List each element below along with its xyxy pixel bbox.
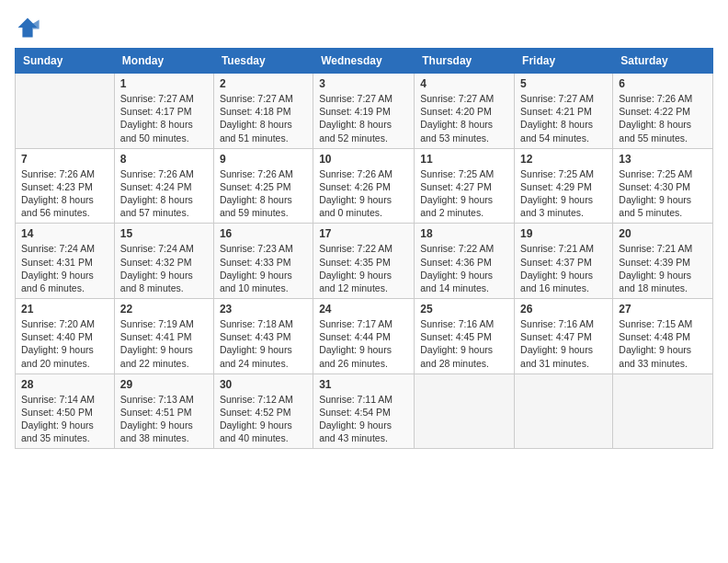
day-number: 8 xyxy=(120,153,208,166)
calendar-cell: 10Sunrise: 7:26 AM Sunset: 4:26 PM Dayli… xyxy=(313,148,415,224)
day-info: Sunrise: 7:15 AM Sunset: 4:48 PM Dayligh… xyxy=(619,317,707,370)
day-info: Sunrise: 7:20 AM Sunset: 4:40 PM Dayligh… xyxy=(21,317,108,370)
weekday-header-monday: Monday xyxy=(114,49,213,74)
day-info: Sunrise: 7:27 AM Sunset: 4:19 PM Dayligh… xyxy=(319,92,408,144)
day-number: 22 xyxy=(120,303,208,316)
day-info: Sunrise: 7:16 AM Sunset: 4:45 PM Dayligh… xyxy=(420,317,508,370)
day-number: 2 xyxy=(220,77,307,90)
weekday-header-sunday: Sunday xyxy=(16,49,115,74)
day-number: 14 xyxy=(21,227,108,240)
day-number: 13 xyxy=(619,153,707,166)
day-number: 17 xyxy=(319,227,408,240)
day-number: 16 xyxy=(220,227,307,240)
day-info: Sunrise: 7:18 AM Sunset: 4:43 PM Dayligh… xyxy=(220,317,307,370)
day-number: 18 xyxy=(420,227,508,240)
day-number: 3 xyxy=(319,77,408,90)
calendar-cell: 30Sunrise: 7:12 AM Sunset: 4:52 PM Dayli… xyxy=(213,373,313,449)
calendar-cell: 7Sunrise: 7:26 AM Sunset: 4:23 PM Daylig… xyxy=(16,148,115,224)
day-info: Sunrise: 7:27 AM Sunset: 4:17 PM Dayligh… xyxy=(120,92,208,144)
calendar-cell: 26Sunrise: 7:16 AM Sunset: 4:47 PM Dayli… xyxy=(515,299,613,374)
day-info: Sunrise: 7:27 AM Sunset: 4:21 PM Dayligh… xyxy=(520,92,607,144)
calendar-cell: 18Sunrise: 7:22 AM Sunset: 4:36 PM Dayli… xyxy=(415,224,515,299)
day-number: 28 xyxy=(21,378,108,391)
calendar-cell: 2Sunrise: 7:27 AM Sunset: 4:18 PM Daylig… xyxy=(213,74,313,149)
day-number: 5 xyxy=(520,77,607,90)
day-info: Sunrise: 7:26 AM Sunset: 4:24 PM Dayligh… xyxy=(120,167,208,220)
day-number: 11 xyxy=(420,153,508,166)
week-row-3: 21Sunrise: 7:20 AM Sunset: 4:40 PM Dayli… xyxy=(16,299,713,374)
day-number: 29 xyxy=(120,378,208,391)
day-number: 24 xyxy=(319,303,408,316)
calendar-cell xyxy=(415,373,515,449)
day-number: 25 xyxy=(420,303,508,316)
week-row-1: 7Sunrise: 7:26 AM Sunset: 4:23 PM Daylig… xyxy=(16,148,713,224)
day-number: 26 xyxy=(520,303,607,316)
day-info: Sunrise: 7:16 AM Sunset: 4:47 PM Dayligh… xyxy=(520,317,607,370)
weekday-header-saturday: Saturday xyxy=(613,49,713,74)
logo xyxy=(15,15,44,40)
day-number: 30 xyxy=(220,378,307,391)
day-number: 9 xyxy=(220,153,307,166)
week-row-2: 14Sunrise: 7:24 AM Sunset: 4:31 PM Dayli… xyxy=(16,224,713,299)
day-info: Sunrise: 7:26 AM Sunset: 4:23 PM Dayligh… xyxy=(21,167,108,220)
calendar-cell: 5Sunrise: 7:27 AM Sunset: 4:21 PM Daylig… xyxy=(515,74,613,149)
day-info: Sunrise: 7:13 AM Sunset: 4:51 PM Dayligh… xyxy=(120,393,208,445)
calendar-cell: 24Sunrise: 7:17 AM Sunset: 4:44 PM Dayli… xyxy=(313,299,415,374)
day-info: Sunrise: 7:27 AM Sunset: 4:18 PM Dayligh… xyxy=(220,92,307,144)
week-row-0: 1Sunrise: 7:27 AM Sunset: 4:17 PM Daylig… xyxy=(16,74,713,149)
day-info: Sunrise: 7:11 AM Sunset: 4:54 PM Dayligh… xyxy=(319,393,408,445)
calendar-cell: 25Sunrise: 7:16 AM Sunset: 4:45 PM Dayli… xyxy=(415,299,515,374)
day-info: Sunrise: 7:17 AM Sunset: 4:44 PM Dayligh… xyxy=(319,317,408,370)
day-info: Sunrise: 7:19 AM Sunset: 4:41 PM Dayligh… xyxy=(120,317,208,370)
day-info: Sunrise: 7:25 AM Sunset: 4:30 PM Dayligh… xyxy=(619,167,707,220)
calendar-cell: 28Sunrise: 7:14 AM Sunset: 4:50 PM Dayli… xyxy=(16,373,115,449)
day-info: Sunrise: 7:26 AM Sunset: 4:25 PM Dayligh… xyxy=(220,167,307,220)
weekday-header-row: SundayMondayTuesdayWednesdayThursdayFrid… xyxy=(16,49,713,74)
day-info: Sunrise: 7:25 AM Sunset: 4:27 PM Dayligh… xyxy=(420,167,508,220)
day-info: Sunrise: 7:14 AM Sunset: 4:50 PM Dayligh… xyxy=(21,393,108,445)
day-number: 6 xyxy=(619,77,707,90)
calendar-cell: 11Sunrise: 7:25 AM Sunset: 4:27 PM Dayli… xyxy=(415,148,515,224)
calendar-cell: 15Sunrise: 7:24 AM Sunset: 4:32 PM Dayli… xyxy=(114,224,213,299)
weekday-header-tuesday: Tuesday xyxy=(213,49,313,74)
day-info: Sunrise: 7:23 AM Sunset: 4:33 PM Dayligh… xyxy=(220,242,307,294)
day-number: 10 xyxy=(319,153,408,166)
day-info: Sunrise: 7:24 AM Sunset: 4:32 PM Dayligh… xyxy=(120,242,208,294)
calendar-cell: 20Sunrise: 7:21 AM Sunset: 4:39 PM Dayli… xyxy=(613,224,713,299)
calendar-cell: 22Sunrise: 7:19 AM Sunset: 4:41 PM Dayli… xyxy=(114,299,213,374)
day-number: 20 xyxy=(619,227,707,240)
day-number: 7 xyxy=(21,153,108,166)
calendar-cell: 23Sunrise: 7:18 AM Sunset: 4:43 PM Dayli… xyxy=(213,299,313,374)
weekday-header-thursday: Thursday xyxy=(415,49,515,74)
calendar-cell: 3Sunrise: 7:27 AM Sunset: 4:19 PM Daylig… xyxy=(313,74,415,149)
day-info: Sunrise: 7:25 AM Sunset: 4:29 PM Dayligh… xyxy=(520,167,607,220)
day-number: 23 xyxy=(220,303,307,316)
calendar-cell: 12Sunrise: 7:25 AM Sunset: 4:29 PM Dayli… xyxy=(515,148,613,224)
day-info: Sunrise: 7:24 AM Sunset: 4:31 PM Dayligh… xyxy=(21,242,108,294)
day-info: Sunrise: 7:26 AM Sunset: 4:26 PM Dayligh… xyxy=(319,167,408,220)
calendar-cell xyxy=(16,74,115,149)
calendar-cell: 8Sunrise: 7:26 AM Sunset: 4:24 PM Daylig… xyxy=(114,148,213,224)
day-number: 15 xyxy=(120,227,208,240)
day-info: Sunrise: 7:27 AM Sunset: 4:20 PM Dayligh… xyxy=(420,92,508,144)
day-info: Sunrise: 7:21 AM Sunset: 4:39 PM Dayligh… xyxy=(619,242,707,294)
day-info: Sunrise: 7:22 AM Sunset: 4:36 PM Dayligh… xyxy=(420,242,508,294)
calendar-table: SundayMondayTuesdayWednesdayThursdayFrid… xyxy=(15,48,713,449)
day-number: 31 xyxy=(319,378,408,391)
day-info: Sunrise: 7:26 AM Sunset: 4:22 PM Dayligh… xyxy=(619,92,707,144)
day-number: 12 xyxy=(520,153,607,166)
calendar-cell: 16Sunrise: 7:23 AM Sunset: 4:33 PM Dayli… xyxy=(213,224,313,299)
logo-icon xyxy=(15,15,40,40)
svg-marker-1 xyxy=(33,20,40,29)
day-info: Sunrise: 7:22 AM Sunset: 4:35 PM Dayligh… xyxy=(319,242,408,294)
day-number: 27 xyxy=(619,303,707,316)
calendar-cell xyxy=(613,373,713,449)
weekday-header-wednesday: Wednesday xyxy=(313,49,415,74)
calendar-cell: 31Sunrise: 7:11 AM Sunset: 4:54 PM Dayli… xyxy=(313,373,415,449)
day-number: 1 xyxy=(120,77,208,90)
calendar-cell: 29Sunrise: 7:13 AM Sunset: 4:51 PM Dayli… xyxy=(114,373,213,449)
day-number: 21 xyxy=(21,303,108,316)
calendar-cell: 19Sunrise: 7:21 AM Sunset: 4:37 PM Dayli… xyxy=(515,224,613,299)
weekday-header-friday: Friday xyxy=(515,49,613,74)
calendar-cell: 14Sunrise: 7:24 AM Sunset: 4:31 PM Dayli… xyxy=(16,224,115,299)
